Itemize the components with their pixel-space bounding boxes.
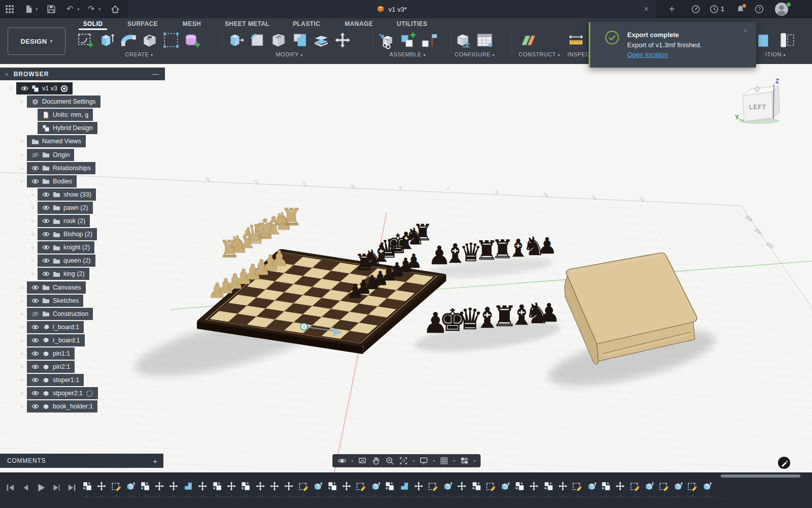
timeline-feature-extrude[interactable] bbox=[587, 481, 597, 491]
press-pull-icon[interactable] bbox=[227, 30, 245, 50]
visibility-eye-off-icon[interactable] bbox=[31, 311, 39, 317]
timeline-feature-comp[interactable] bbox=[544, 481, 554, 491]
timeline-feature-move[interactable] bbox=[197, 481, 208, 491]
insert-derive-icon[interactable] bbox=[378, 30, 395, 50]
browser-row-canvases[interactable]: »Canvases bbox=[19, 281, 86, 294]
timeline-feature-move[interactable] bbox=[168, 481, 179, 491]
browser-row-relationships[interactable]: »Relationships bbox=[19, 162, 95, 174]
browser-row-document-settings[interactable]: »Document Settings bbox=[19, 96, 100, 108]
timeline-feature-comp[interactable] bbox=[327, 481, 337, 491]
go-to-start-button[interactable] bbox=[5, 482, 16, 493]
browser-row-units-mm-g[interactable]: Units: mm, g bbox=[29, 109, 93, 121]
chess-piece[interactable]: ♜ bbox=[281, 203, 301, 231]
timeline-feature-extrude[interactable] bbox=[673, 481, 683, 491]
tree-chevron-icon[interactable]: » bbox=[29, 217, 36, 225]
browser-row-book-holder-1[interactable]: »book_holder:1 bbox=[19, 400, 97, 412]
visibility-eye-icon[interactable] bbox=[31, 284, 39, 291]
tree-chevron-icon[interactable]: » bbox=[19, 165, 25, 172]
timeline-feature-move[interactable] bbox=[414, 481, 424, 491]
tree-chevron-icon[interactable]: » bbox=[19, 297, 25, 304]
partial-group-label[interactable]: ITION ▾ bbox=[756, 51, 795, 57]
chess-piece[interactable]: ♟ bbox=[269, 246, 289, 271]
look-at-tool-icon[interactable] bbox=[358, 456, 367, 465]
chess-piece[interactable]: ♟ bbox=[538, 298, 561, 328]
timeline-feature-extrude[interactable] bbox=[125, 481, 136, 491]
visibility-eye-icon[interactable] bbox=[42, 231, 50, 237]
visibility-eye-icon[interactable] bbox=[42, 218, 50, 224]
display-settings-icon[interactable] bbox=[419, 456, 428, 465]
tab-surface[interactable]: SURFACE bbox=[127, 19, 158, 28]
tree-chevron-icon[interactable]: » bbox=[18, 99, 25, 105]
timeline-feature-sketch[interactable] bbox=[659, 481, 669, 491]
timeline-feature-extrude[interactable] bbox=[370, 481, 381, 491]
tab-solid[interactable]: SOLID bbox=[83, 19, 103, 28]
step-back-button[interactable] bbox=[20, 482, 31, 493]
tree-chevron-icon[interactable]: » bbox=[29, 231, 36, 238]
browser-row-named-views[interactable]: »Named Views bbox=[19, 135, 86, 147]
timeline-feature-move[interactable] bbox=[558, 481, 568, 491]
timeline-feature-comp[interactable] bbox=[601, 481, 611, 491]
browser-row-stpoper2-1[interactable]: »stpoper2:1 bbox=[19, 387, 98, 399]
timeline-feature-move[interactable] bbox=[615, 481, 625, 491]
tree-chevron-icon[interactable]: » bbox=[29, 257, 36, 264]
timeline-feature-comp[interactable] bbox=[82, 481, 92, 491]
tab-utilities[interactable]: UTILITIES bbox=[397, 19, 427, 28]
tab-mesh[interactable]: MESH bbox=[183, 19, 201, 28]
browser-row-hybrid-design[interactable]: Hybrid Design bbox=[29, 122, 97, 134]
home-icon[interactable] bbox=[111, 5, 120, 14]
timeline-feature-move[interactable] bbox=[154, 481, 164, 491]
pen-badge[interactable] bbox=[778, 457, 790, 469]
visibility-eye-icon[interactable] bbox=[31, 165, 39, 171]
timeline-feature-move[interactable] bbox=[529, 481, 539, 491]
document-tab[interactable]: v1 v3* × bbox=[128, 0, 656, 18]
construction-plane-icon[interactable] bbox=[519, 30, 536, 50]
browser-row-origin[interactable]: »Origin bbox=[19, 149, 74, 161]
extrude-icon[interactable] bbox=[98, 30, 116, 50]
tab-plastic[interactable]: PLASTIC bbox=[293, 19, 320, 28]
timeline-feature-sketch[interactable] bbox=[630, 481, 640, 491]
fillet-icon[interactable] bbox=[249, 30, 266, 50]
sweep-icon[interactable] bbox=[120, 30, 137, 50]
visibility-eye-icon[interactable] bbox=[42, 258, 50, 264]
undo-caret-icon[interactable]: ▾ bbox=[77, 0, 80, 18]
timeline-feature-comp[interactable] bbox=[385, 481, 395, 491]
visibility-eye-icon[interactable] bbox=[31, 364, 39, 370]
timeline-feature-sketch[interactable] bbox=[298, 481, 309, 491]
play-button[interactable] bbox=[36, 482, 47, 493]
timeline-feature-extrude[interactable] bbox=[644, 481, 654, 491]
create-group-label[interactable]: CREATE ▾ bbox=[77, 51, 201, 57]
visibility-eye-icon[interactable] bbox=[42, 205, 50, 211]
tree-chevron-icon[interactable]: » bbox=[19, 310, 25, 318]
file-caret-icon[interactable]: ▾ bbox=[36, 0, 38, 18]
step-forward-button[interactable] bbox=[51, 482, 62, 493]
tree-chevron-icon[interactable]: » bbox=[29, 244, 36, 251]
extensions-meter-icon[interactable] bbox=[691, 5, 700, 14]
timeline-feature-sketch[interactable] bbox=[356, 481, 366, 491]
browser-row-r-board-1[interactable]: »r_board:1 bbox=[19, 334, 85, 346]
timeline-feature-comp[interactable] bbox=[140, 481, 150, 491]
create-form-icon[interactable] bbox=[184, 30, 201, 50]
new-component-icon[interactable] bbox=[399, 30, 416, 50]
construct-group-label[interactable]: CONSTRUCT ▾ bbox=[519, 51, 560, 57]
browser-row-show-33-[interactable]: »show (33) bbox=[29, 188, 96, 201]
tree-chevron-icon[interactable]: » bbox=[19, 403, 25, 410]
timeline-feature-sketch[interactable] bbox=[111, 481, 121, 491]
tree-chevron-icon[interactable]: » bbox=[19, 151, 25, 158]
browser-row-construction[interactable]: »Construction bbox=[19, 308, 93, 320]
timeline-feature-comp[interactable] bbox=[471, 481, 482, 491]
timeline-scroll-thumb[interactable] bbox=[721, 474, 800, 478]
timeline-feature-move[interactable] bbox=[255, 481, 265, 491]
create-sketch-icon[interactable] bbox=[77, 30, 94, 50]
fit-view-icon[interactable] bbox=[399, 456, 408, 465]
browser-row-l-board-1[interactable]: »l_board:1 bbox=[19, 321, 84, 333]
job-status-clock-icon[interactable] bbox=[709, 5, 719, 14]
timeline-feature-extrude[interactable] bbox=[500, 481, 510, 491]
save-icon[interactable] bbox=[47, 5, 56, 14]
undo-icon[interactable]: ↶ bbox=[66, 0, 73, 18]
activate-radio-on-icon[interactable] bbox=[60, 85, 68, 92]
new-tab-icon[interactable]: + bbox=[669, 0, 675, 18]
open-location-link[interactable]: Open location bbox=[627, 51, 668, 58]
browser-row-knight-2-[interactable]: »knight (2) bbox=[29, 241, 94, 253]
timeline-feature-move[interactable] bbox=[284, 481, 294, 491]
combine-icon[interactable] bbox=[291, 30, 309, 50]
